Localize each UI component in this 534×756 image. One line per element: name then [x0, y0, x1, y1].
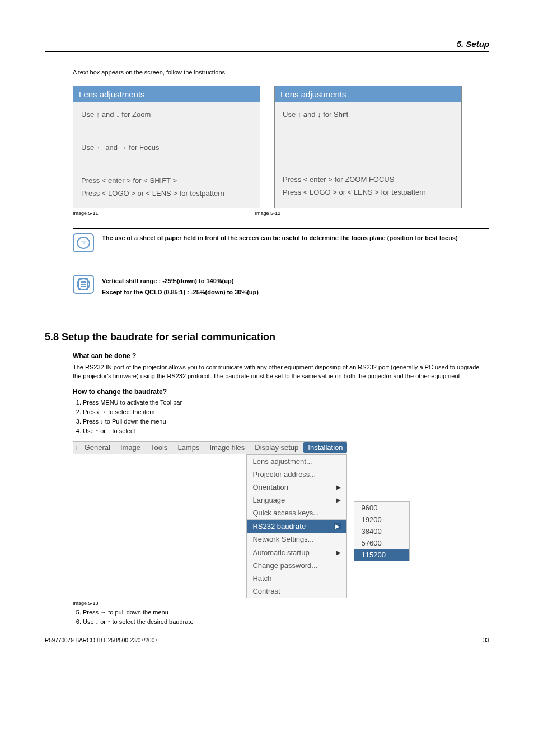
- menu-image-files[interactable]: Image files: [204, 443, 250, 452]
- dropdown-item-4[interactable]: Quick access keys...: [247, 506, 346, 519]
- document-icon: [73, 275, 94, 294]
- panel2-title: Lens adjustments: [275, 86, 461, 102]
- menu-lamps[interactable]: Lamps: [172, 443, 204, 452]
- step-5: Press → to pull down the menu: [83, 609, 489, 616]
- menu-installation[interactable]: Installation: [303, 442, 347, 453]
- dropdown-item-6[interactable]: Network Settings...: [247, 533, 346, 546]
- image-captions-row: Image 5-11 Image 5-12: [73, 210, 489, 216]
- step-6: Use ↓ or ↑ to select the desired baudrat…: [83, 618, 489, 625]
- footer-docref: R59770079 BARCO ID H250/500 23/07/2007: [45, 637, 161, 644]
- dropdown-label: Language: [252, 496, 285, 504]
- panel1-body: Use ↑ and ↓ for Zoom Use ← and → for Foc…: [73, 102, 260, 208]
- dropdown-item-9[interactable]: Hatch: [247, 572, 346, 585]
- menu-display-setup[interactable]: Display setup: [250, 443, 303, 452]
- step-2: Press → to select the item: [83, 408, 489, 415]
- installation-dropdown: Lens adjustment...Projector address...Or…: [246, 454, 347, 598]
- note2-line1: Vertical shift range : -25%(down) to 140…: [102, 276, 259, 286]
- dropdown-label: Hatch: [252, 574, 271, 583]
- intro-text: A text box appears on the screen, follow…: [73, 69, 489, 76]
- dropdown-item-7[interactable]: Automatic startup▶: [247, 546, 346, 559]
- note2-text: Vertical shift range : -25%(down) to 140…: [102, 275, 259, 298]
- page-header-section: 5. Setup: [45, 39, 489, 52]
- note-focus-plane: ☞ The use of a sheet of paper held in fr…: [73, 228, 489, 257]
- step-3: Press ↓ to Pull down the menu: [83, 418, 489, 425]
- step-1: Press MENU to activate the Tool bar: [83, 399, 489, 406]
- dropdown-item-2[interactable]: Orientation▶: [247, 481, 346, 494]
- page-footer: R59770079 BARCO ID H250/500 23/07/2007 3…: [45, 640, 489, 646]
- caption-5-12: Image 5-12: [255, 210, 281, 216]
- menu-left-col: ı General Image Tools Lamps Image files …: [73, 441, 347, 598]
- dropdown-label: Contrast: [252, 587, 280, 595]
- dropdown-item-5[interactable]: RS232 baudrate▶: [247, 519, 346, 533]
- submenu-item-115200[interactable]: 115200: [354, 549, 409, 561]
- hand-point-icon: ☞: [73, 233, 94, 252]
- menu-image[interactable]: Image: [115, 443, 146, 452]
- panel-lens-shift: Lens adjustments Use ↑ and ↓ for Shift P…: [274, 86, 462, 208]
- sub-how-to-change: How to change the baudrate?: [73, 388, 489, 396]
- panel2-line4: Press < LOGO > or < LENS > for testpatte…: [283, 188, 453, 196]
- steps-list-b: Press → to pull down the menu Use ↓ or ↑…: [73, 609, 489, 625]
- dropdown-label: Projector address...: [252, 470, 316, 478]
- dropdown-label: RS232 baudrate: [252, 522, 306, 530]
- steps-list-a: Press MENU to activate the Tool bar Pres…: [73, 399, 489, 434]
- dropdown-label: Quick access keys...: [252, 509, 318, 517]
- chevron-right-icon: ▶: [336, 550, 341, 556]
- submenu-item-19200[interactable]: 19200: [354, 514, 409, 525]
- baudrate-submenu: 9600192003840057600115200: [354, 501, 410, 561]
- panels-row: Lens adjustments Use ↑ and ↓ for Zoom Us…: [73, 86, 489, 208]
- footer-pagenum: 33: [480, 637, 489, 644]
- chevron-right-icon: ▶: [336, 497, 341, 503]
- dropdown-item-10[interactable]: Contrast: [247, 585, 346, 598]
- note-shift-range: Vertical shift range : -25%(down) to 140…: [73, 270, 489, 303]
- panel2-line1: Use ↑ and ↓ for Shift: [283, 110, 453, 119]
- panel1-line2: Use ← and → for Focus: [81, 143, 252, 152]
- dropdown-label: Change password...: [252, 561, 317, 570]
- dropdown-item-8[interactable]: Change password...: [247, 559, 346, 572]
- panel1-line4: Press < LOGO > or < LENS > for testpatte…: [81, 189, 252, 198]
- menu-general[interactable]: General: [79, 443, 115, 452]
- caption-5-11: Image 5-11: [73, 210, 99, 216]
- dropdown-label: Network Settings...: [252, 535, 313, 543]
- panel1-line3: Press < enter > for < SHIFT >: [81, 176, 252, 185]
- dropdown-label: Automatic startup: [252, 548, 309, 557]
- menubar: ı General Image Tools Lamps Image files …: [73, 441, 347, 454]
- dropdown-label: Orientation: [252, 483, 288, 491]
- submenu-item-38400[interactable]: 38400: [354, 525, 409, 537]
- chevron-right-icon: ▶: [334, 523, 341, 529]
- submenu-item-57600[interactable]: 57600: [354, 537, 409, 549]
- panel-lens-zoom: Lens adjustments Use ↑ and ↓ for Zoom Us…: [73, 86, 260, 208]
- dropdown-item-0[interactable]: Lens adjustment...: [247, 455, 346, 468]
- submenu-item-9600[interactable]: 9600: [354, 502, 409, 514]
- dropdown-item-1[interactable]: Projector address...: [247, 468, 346, 481]
- menu-tools[interactable]: Tools: [146, 443, 172, 452]
- menu-screenshot: ı General Image Tools Lamps Image files …: [73, 441, 489, 598]
- section-5-8-heading: 5.8 Setup the baudrate for serial commun…: [45, 331, 489, 343]
- note1-text: The use of a sheet of paper held in fron…: [102, 233, 458, 243]
- panel1-line1: Use ↑ and ↓ for Zoom: [81, 110, 252, 119]
- panel2-line3: Press < enter > for ZOOM FOCUS: [283, 175, 453, 184]
- chevron-right-icon: ▶: [336, 484, 341, 490]
- caption-5-13: Image 5-13: [73, 600, 489, 606]
- note2-line2: Except for the QCLD (0.85:1) : -25%(down…: [102, 288, 259, 297]
- step-4: Use ↑ or ↓ to select: [83, 428, 489, 434]
- sub-what-can-be-done: What can be done ?: [73, 352, 489, 360]
- dropdown-label: Lens adjustment...: [252, 457, 312, 466]
- dropdown-item-3[interactable]: Language▶: [247, 494, 346, 506]
- panel2-body: Use ↑ and ↓ for Shift Press < enter > fo…: [275, 102, 461, 206]
- panel1-title: Lens adjustments: [73, 86, 260, 102]
- para-what-can-be-done: The RS232 IN port of the projector allow…: [73, 363, 489, 381]
